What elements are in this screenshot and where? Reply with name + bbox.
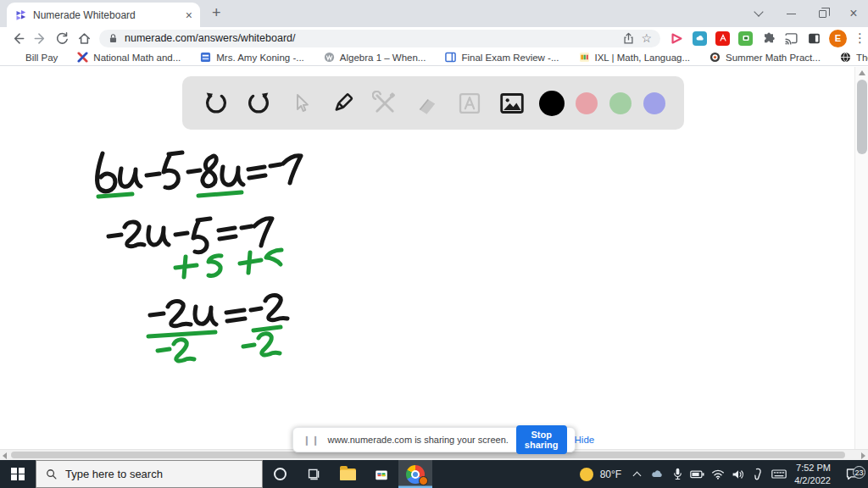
search-icon xyxy=(46,469,58,480)
cortana-button[interactable] xyxy=(263,460,297,488)
store-icon xyxy=(374,467,389,482)
windows-logo-icon xyxy=(11,468,25,481)
file-explorer-button[interactable] xyxy=(331,460,364,488)
drag-handle-icon[interactable]: ❙❙ xyxy=(303,435,320,446)
clock-time: 7:52 PM xyxy=(794,462,831,474)
equation-line-4 xyxy=(150,295,287,325)
screen: Numerade Whiteboard × + × numerade.com/a… xyxy=(0,0,868,488)
search-placeholder: Type here to search xyxy=(65,468,163,480)
temperature-label[interactable]: 80°F xyxy=(597,469,626,480)
battery-icon[interactable] xyxy=(687,469,708,480)
screen-share-bar: ❙❙ www.numerade.com is sharing your scre… xyxy=(292,427,576,452)
equation-line-5 xyxy=(148,327,281,361)
taskbar-clock[interactable]: 7:52 PM 4/2/2022 xyxy=(789,462,836,486)
microphone-icon[interactable] xyxy=(667,468,687,480)
share-message: www.numerade.com is sharing your screen. xyxy=(327,435,508,445)
system-tray: 80°F 7:52 PM xyxy=(576,460,868,488)
windows-taskbar: Type here to search 80°F xyxy=(0,460,868,488)
tray-expand-chevron[interactable] xyxy=(626,470,647,479)
equation-line-1-underlines xyxy=(98,192,242,197)
chrome-profile-badge xyxy=(419,476,428,485)
wifi-icon[interactable] xyxy=(708,469,728,480)
touch-keyboard-icon[interactable] xyxy=(769,469,789,480)
stop-sharing-button[interactable]: Stop sharing xyxy=(516,425,567,454)
taskbar-search-box[interactable]: Type here to search xyxy=(36,460,263,488)
microsoft-store-button[interactable] xyxy=(364,460,398,488)
equation-line-1 xyxy=(97,152,301,191)
volume-icon[interactable] xyxy=(728,469,748,480)
equation-line-2 xyxy=(108,219,272,252)
clock-date: 4/2/2022 xyxy=(794,474,831,486)
cortana-icon xyxy=(274,468,287,480)
chrome-taskbar-button[interactable] xyxy=(398,460,432,488)
equation-line-3 xyxy=(175,250,281,277)
notification-count-badge: 23 xyxy=(853,466,865,479)
file-explorer-icon xyxy=(340,469,356,480)
whiteboard-canvas[interactable] xyxy=(0,0,868,488)
weather-sun-icon[interactable] xyxy=(576,468,597,481)
hide-link[interactable]: Hide xyxy=(575,435,595,445)
task-view-icon xyxy=(307,467,321,481)
onedrive-cloud-icon[interactable] xyxy=(647,467,667,481)
pen-tray-icon[interactable] xyxy=(748,468,769,480)
action-center-button[interactable]: 23 xyxy=(836,467,868,481)
start-button[interactable] xyxy=(0,460,36,488)
task-view-button[interactable] xyxy=(297,460,331,488)
